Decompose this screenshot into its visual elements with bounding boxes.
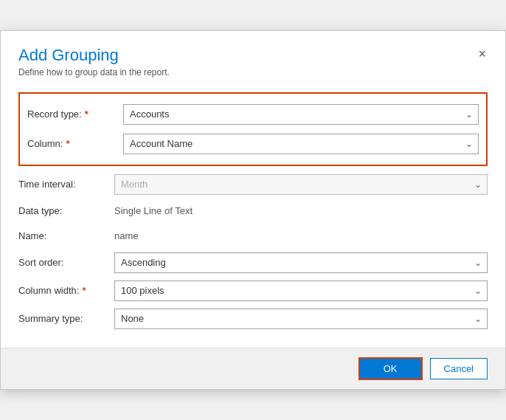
highlighted-section: Record type: * Accounts ⌄ Column: * (18, 92, 488, 166)
summary-type-row: Summary type: None ⌄ (18, 305, 488, 333)
name-value-wrap: name (114, 230, 488, 241)
time-interval-row: Time interval: Month ⌄ (18, 171, 488, 199)
summary-type-control: None ⌄ (114, 309, 488, 329)
time-interval-control: Month ⌄ (114, 174, 488, 195)
time-interval-dropdown-wrapper: Month ⌄ (114, 174, 488, 195)
non-highlighted-section: Time interval: Month ⌄ Data type: (18, 171, 488, 333)
column-width-required: * (82, 285, 86, 296)
summary-type-label: Summary type: (18, 313, 114, 324)
record-type-required: * (85, 109, 89, 120)
sort-order-dropdown[interactable]: Ascending (114, 252, 488, 273)
name-row: Name: name (18, 224, 488, 249)
dialog-title: Add Grouping (18, 46, 170, 65)
record-type-row: Record type: * Accounts ⌄ (27, 100, 479, 129)
record-type-control: Accounts ⌄ (123, 104, 479, 125)
column-required: * (66, 138, 69, 149)
sort-order-row: Sort order: Ascending ⌄ (18, 249, 488, 277)
dialog-title-block: Add Grouping Define how to group data in… (18, 46, 170, 77)
dialog-body: Record type: * Accounts ⌄ Column: * (1, 85, 505, 348)
name-label: Name: (18, 230, 114, 241)
cancel-button[interactable]: Cancel (430, 358, 488, 379)
data-type-value-wrap: Single Line of Text (114, 205, 488, 216)
data-type-label: Data type: (18, 205, 114, 216)
column-label: Column: * (27, 138, 123, 149)
summary-type-dropdown[interactable]: None (114, 309, 488, 329)
record-type-dropdown[interactable]: Accounts (123, 104, 479, 125)
column-width-dropdown[interactable]: 100 pixels (114, 280, 488, 301)
sort-order-control: Ascending ⌄ (114, 252, 488, 273)
ok-button[interactable]: OK (358, 357, 423, 380)
record-type-label: Record type: * (27, 109, 123, 120)
column-width-row: Column width: * 100 pixels ⌄ (18, 277, 488, 305)
name-value: name (114, 230, 139, 241)
dialog-subtitle: Define how to group data in the report. (18, 67, 170, 78)
column-width-control: 100 pixels ⌄ (114, 280, 488, 301)
sort-order-dropdown-wrapper: Ascending ⌄ (114, 252, 488, 273)
column-dropdown-wrapper: Account Name ⌄ (123, 134, 479, 154)
summary-type-dropdown-wrapper: None ⌄ (114, 309, 488, 329)
column-width-label: Column width: * (18, 285, 114, 296)
close-button[interactable]: × (476, 47, 488, 61)
dialog-header: Add Grouping Define how to group data in… (1, 31, 505, 84)
time-interval-dropdown[interactable]: Month (114, 174, 488, 195)
column-width-dropdown-wrapper: 100 pixels ⌄ (114, 280, 488, 301)
data-type-value: Single Line of Text (114, 205, 193, 216)
column-control: Account Name ⌄ (123, 134, 479, 154)
column-row: Column: * Account Name ⌄ (27, 129, 479, 159)
record-type-dropdown-wrapper: Accounts ⌄ (123, 104, 479, 125)
dialog-footer: OK Cancel (1, 348, 505, 389)
data-type-row: Data type: Single Line of Text (18, 199, 488, 224)
column-dropdown[interactable]: Account Name (123, 134, 479, 154)
time-interval-label: Time interval: (18, 179, 114, 190)
sort-order-label: Sort order: (18, 257, 114, 268)
add-grouping-dialog: Add Grouping Define how to group data in… (0, 30, 506, 389)
